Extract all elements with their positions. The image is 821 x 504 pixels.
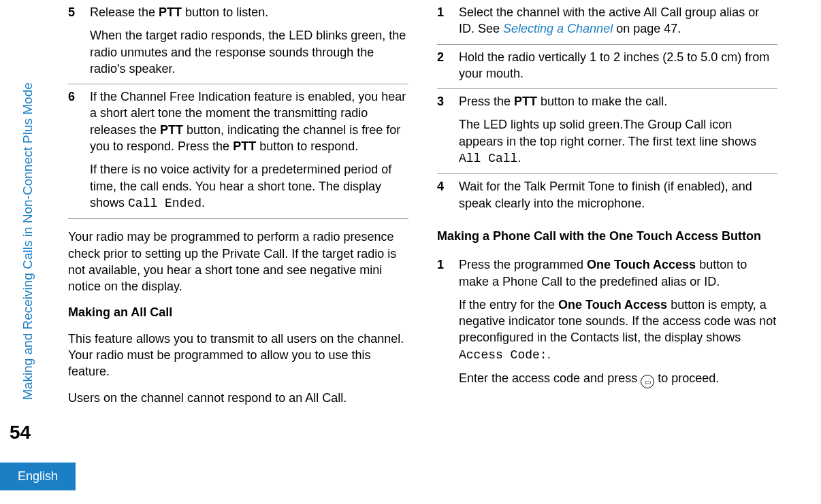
text-run: Your radio may be programmed to perform …: [68, 230, 396, 293]
text-run: button to make the call.: [537, 95, 667, 108]
section-title: Making and Receiving Calls in Non-Connec…: [20, 5, 35, 400]
text-run: One Touch Access: [587, 258, 696, 271]
paragraph: Press the PTT button to make the call.: [459, 93, 777, 110]
text-run: Release the: [90, 5, 159, 19]
text-run: Enter the access code and press: [459, 371, 641, 385]
section-heading: Making a Phone Call with the One Touch A…: [437, 228, 777, 244]
section-heading: Making an All Call: [68, 304, 408, 320]
paragraph: Press the programmed One Touch Access bu…: [459, 256, 777, 290]
paragraph: If the entry for the One Touch Access bu…: [459, 297, 777, 363]
step-body: Release the PTT button to listen.When th…: [90, 4, 408, 77]
step: 1Select the channel with the active All …: [437, 0, 777, 44]
paragraph: If there is no voice activity for a pred…: [90, 161, 408, 212]
text-run: to proceed.: [654, 371, 719, 385]
step-number: 1: [437, 256, 449, 388]
cross-ref-link[interactable]: Selecting a Channel: [503, 22, 613, 35]
paragraph: The LED lights up solid green.The Group …: [459, 116, 777, 167]
left-column: 5Release the PTT button to listen.When t…: [68, 0, 408, 416]
text-run: Press the programmed: [459, 258, 587, 271]
content-columns: 5Release the PTT button to listen.When t…: [68, 0, 810, 416]
paragraph: Release the PTT button to listen.: [90, 4, 408, 20]
text-run: Call Ended: [128, 197, 202, 210]
text-run: Hold the radio vertically 1 to 2 inches …: [459, 50, 769, 80]
step-number: 5: [68, 4, 80, 77]
step-number: 4: [437, 178, 449, 212]
right-column: 1Select the channel with the active All …: [437, 0, 777, 416]
text-run: One Touch Access: [558, 298, 667, 312]
text-run: Press the: [459, 95, 514, 108]
step-separator: [68, 218, 408, 219]
step: 6If the Channel Free Indication feature …: [68, 84, 408, 218]
step-number: 2: [437, 49, 449, 82]
text-run: Wait for the Talk Permit Tone to finish …: [459, 180, 752, 209]
paragraph: If the Channel Free Indication feature i…: [90, 88, 408, 154]
text-run: When the target radio responds, the LED …: [90, 29, 406, 75]
step-body: Press the PTT button to make the call.Th…: [459, 93, 777, 167]
step: 5Release the PTT button to listen.When t…: [68, 0, 408, 84]
step-number: 1: [437, 4, 449, 37]
text-run: .: [202, 196, 205, 209]
page: Making and Receiving Calls in Non-Connec…: [0, 0, 821, 504]
paragraph: Users on the channel cannot respond to a…: [68, 390, 408, 406]
step-body: Wait for the Talk Permit Tone to finish …: [459, 178, 777, 212]
paragraph: Wait for the Talk Permit Tone to finish …: [459, 178, 777, 212]
step-body: Press the programmed One Touch Access bu…: [459, 256, 777, 388]
step-body: If the Channel Free Indication feature i…: [90, 88, 408, 212]
text-run: If the entry for the: [459, 298, 558, 312]
text-run: button to listen.: [182, 5, 268, 19]
text-run: .: [517, 151, 521, 165]
paragraph: Enter the access code and press ▭ to pro…: [459, 370, 777, 388]
text-run: Access Code:: [459, 348, 547, 362]
text-run: PTT: [160, 123, 183, 137]
step: 4Wait for the Talk Permit Tone to finish…: [437, 174, 777, 218]
text-run: This feature allows you to transmit to a…: [68, 332, 404, 379]
text-run: The LED lights up solid green.The Group …: [459, 118, 756, 148]
step-number: 6: [68, 88, 80, 212]
ok-button-icon: ▭: [641, 375, 654, 388]
step: 3Press the PTT button to make the call.T…: [437, 89, 777, 173]
paragraph: Your radio may be programmed to perform …: [68, 229, 408, 295]
text-run: .: [547, 348, 551, 361]
sidebar: Making and Receiving Calls in Non-Connec…: [20, 5, 42, 400]
step-body: Select the channel with the active All C…: [459, 4, 777, 37]
text-run: All Call: [459, 152, 517, 165]
step-number: 3: [437, 93, 449, 167]
step-body: Hold the radio vertically 1 to 2 inches …: [459, 49, 777, 82]
text-run: PTT: [514, 95, 537, 108]
text-run: button to respond.: [256, 139, 358, 153]
text-run: on page 47.: [613, 22, 681, 35]
page-number: 54: [10, 422, 31, 443]
step: 2Hold the radio vertically 1 to 2 inches…: [437, 45, 777, 89]
text-run: Users on the channel cannot respond to a…: [68, 391, 347, 405]
paragraph: Select the channel with the active All C…: [459, 4, 777, 37]
language-tab: English: [0, 463, 76, 490]
paragraph: When the target radio responds, the LED …: [90, 27, 408, 77]
paragraph: Hold the radio vertically 1 to 2 inches …: [459, 49, 777, 82]
paragraph: This feature allows you to transmit to a…: [68, 331, 408, 380]
step: 1Press the programmed One Touch Access b…: [437, 252, 777, 395]
text-run: PTT: [233, 139, 256, 153]
text-run: PTT: [159, 5, 182, 19]
